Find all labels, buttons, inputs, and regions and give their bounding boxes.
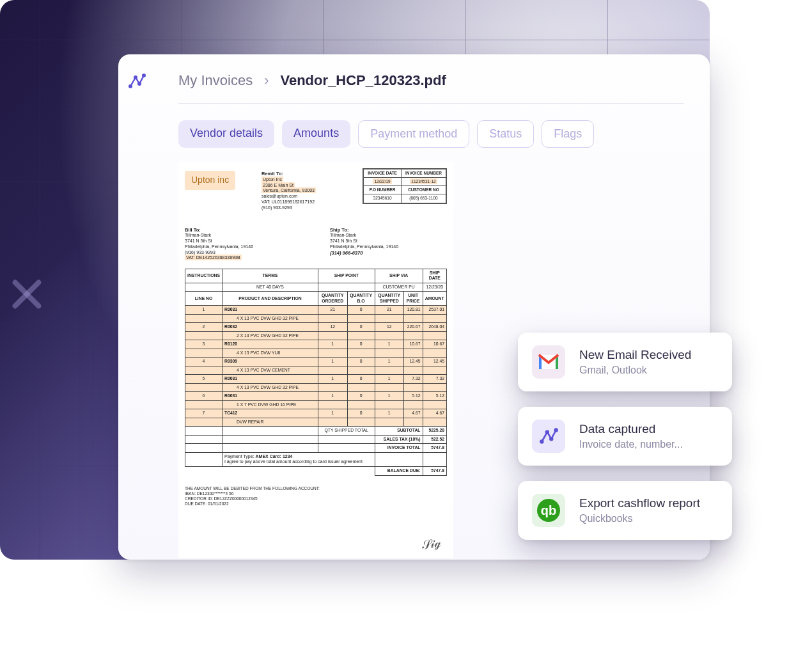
val-invoice-date: 12/22/19 — [373, 178, 391, 184]
tab-vendor-details[interactable]: Vendor details — [178, 120, 274, 148]
tab-payment-method[interactable]: Payment method — [358, 120, 469, 148]
remit-email: sales@upton.com — [262, 194, 297, 198]
remit-label: Remit To: — [262, 171, 283, 177]
svg-point-6 — [549, 437, 553, 441]
th-uprice: UNIT PRICE — [403, 292, 423, 306]
table-row: 4R030910112.4512.45 — [185, 358, 447, 366]
remit-addr2: Ventura, California, 93003 — [262, 187, 316, 193]
remit-phone: (916) 933-9293 — [262, 205, 292, 210]
bill-to-block: Bill To: Tillman-Stark 3741 N 5th St Phi… — [185, 227, 253, 262]
ship-name: Tillman-Stark — [330, 233, 356, 237]
val-terms: NET 40 DAYS — [222, 283, 318, 291]
subtotal-lbl: SUBTOTAL — [397, 428, 420, 432]
th-qship: QUANTITY SHIPPED — [375, 292, 403, 306]
table-row: 7TC4121014.674.67 — [185, 409, 447, 418]
foot-l2: IBAN: DE12300*******4 56 — [185, 491, 233, 496]
table-row-desc: 4 X 13 PVC DVW GHD 32 PIPE — [185, 383, 447, 391]
card-email[interactable]: New Email Received Gmail, Outlook — [518, 333, 732, 391]
invoice-footer: THE AMOUNT WILL BE DEBITED FROM THE FOLL… — [185, 486, 447, 507]
svg-point-1 — [134, 75, 137, 79]
card-export[interactable]: qb Export cashflow report Quickbooks — [518, 481, 732, 540]
ship-to-block: Ship To: Tillman-Stark 3741 N 5th St Phi… — [330, 227, 398, 262]
invoice-document: Upton inc Remit To: Upton Inc 2386 E Mai… — [178, 162, 453, 558]
card-email-title: New Email Received — [579, 348, 691, 362]
val-shipdate: 12/23/20 — [423, 283, 447, 291]
remit-vat: VAT: UL011898182617192 — [262, 200, 315, 204]
table-row-desc: 2 X 13 PVC DVW GHD 32 PIPE — [185, 331, 447, 340]
chevron-right-icon: › — [264, 72, 269, 89]
card-data-captured[interactable]: Data captured Invoice date, number... — [518, 407, 732, 466]
breadcrumb-root[interactable]: My Invoices — [178, 72, 253, 89]
integration-cards: New Email Received Gmail, Outlook Data c… — [518, 333, 732, 540]
th-shippoint: SHIP POINT — [318, 269, 375, 283]
svg-point-5 — [545, 430, 549, 434]
bill-phone: (916) 933-9293 — [185, 250, 215, 255]
payment-type: Payment Type: AMEX Card: 1234 — [224, 454, 292, 459]
val-invoice-no: 11234531-12 — [410, 178, 437, 184]
line-items-table: INSTRUCTIONS TERMS SHIP POINT SHIP VIA S… — [185, 269, 447, 476]
tab-flags[interactable]: Flags — [542, 120, 594, 148]
table-row-desc: 4 X 13 PVC DVW CEMENT — [185, 366, 447, 374]
network-icon — [532, 420, 565, 453]
th-shipdate: SHIP DATE — [423, 269, 447, 283]
breadcrumb-current: Vendor_HCP_120323.pdf — [280, 72, 446, 89]
ship-phone: (314) 966-6370 — [330, 250, 363, 256]
table-row-desc: DVW REPAIR — [185, 418, 447, 426]
svg-text:qb: qb — [541, 503, 556, 517]
signature-icon: 𝒮𝒾ℊ — [421, 535, 441, 553]
ship-addr2: Philadelphia, Pennsylvania, 19140 — [330, 244, 398, 249]
svg-point-7 — [554, 428, 558, 432]
svg-point-3 — [142, 74, 146, 77]
table-row-desc: 4 X 13 PVC DVW YU8 — [185, 349, 447, 357]
foot-l4: DUE DATE: 01/31/2022 — [185, 501, 229, 506]
tab-status[interactable]: Status — [477, 120, 534, 148]
payment-agree: I agree to pay above total amount accord… — [224, 459, 363, 464]
table-row: 6R00311015.125.12 — [185, 392, 447, 400]
tab-amounts[interactable]: Amounts — [282, 120, 350, 148]
balance-lbl: BALANCE DUE: — [387, 468, 421, 473]
breadcrumb: My Invoices › Vendor_HCP_120323.pdf — [178, 72, 684, 104]
ship-label: Ship To: — [330, 227, 348, 233]
lbl-customer: CUSTOMER NO — [401, 186, 446, 194]
invoice-header-box: INVOICE DATEINVOICE NUMBER 12/22/1911234… — [363, 168, 447, 204]
bill-addr2: Philadelphia, Pennsylvania, 19140 — [185, 244, 253, 249]
app-logo-icon — [127, 71, 147, 91]
th-qord: QUANTITY ORDERED — [318, 292, 347, 306]
lbl-invoice-no: INVOICE NUMBER — [401, 169, 446, 178]
subtotal-val: 5225.28 — [428, 428, 444, 432]
bill-addr1: 3741 N 5th St — [185, 239, 212, 243]
lbl-invoice-date: INVOICE DATE — [364, 169, 402, 178]
val-customer: (805) 653-1100 — [401, 194, 446, 203]
tabs: Vendor details Amounts Payment method St… — [178, 120, 684, 148]
balance-val: 5747.8 — [431, 468, 444, 473]
quickbooks-icon: qb — [532, 494, 565, 527]
svg-point-4 — [540, 439, 543, 443]
val-shipvia: CUSTOMER PU — [375, 283, 423, 291]
table-row: 5R00311017.327.32 — [185, 375, 447, 383]
card-export-title: Export cashflow report — [579, 496, 700, 510]
card-export-sub: Quickbooks — [579, 513, 700, 524]
bill-label: Bill To: — [185, 227, 201, 233]
th-terms: TERMS — [222, 269, 318, 283]
th-desc: PRODUCT AND DESCRIPTION — [222, 292, 318, 306]
foot-l3: CREDITOR ID: DE12ZZZ00000012345 — [185, 496, 258, 501]
bill-vat: VAT: DE14252638833893B — [185, 255, 242, 260]
th-amount: AMOUNT — [423, 292, 447, 306]
card-email-sub: Gmail, Outlook — [579, 365, 691, 376]
table-row-desc: 1 X 7 PVC DVW GHD 16 PIPE — [185, 400, 447, 409]
table-row-desc: 4 X 13 PVC DVW GHD 32 PIPE — [185, 314, 447, 322]
th-shipvia: SHIP VIA — [375, 269, 423, 283]
remit-to-block: Remit To: Upton Inc 2386 E Main St Ventu… — [262, 171, 316, 210]
remit-name: Upton Inc — [262, 177, 283, 182]
foot-l1: THE AMOUNT WILL BE DEBITED FROM THE FOLL… — [185, 486, 320, 491]
tax-lbl: SALES TAX (10%) — [384, 437, 421, 441]
svg-point-0 — [129, 84, 132, 88]
card-data-title: Data captured — [579, 422, 683, 436]
val-po: 32345610 — [364, 194, 402, 203]
gmail-icon — [532, 345, 565, 379]
remit-addr1: 2386 E Main St — [262, 182, 295, 188]
vendor-name: Upton inc — [185, 171, 235, 190]
sidebar — [118, 54, 155, 560]
th-lineno: LINE NO — [185, 292, 223, 306]
card-data-sub: Invoice date, number... — [579, 439, 683, 450]
